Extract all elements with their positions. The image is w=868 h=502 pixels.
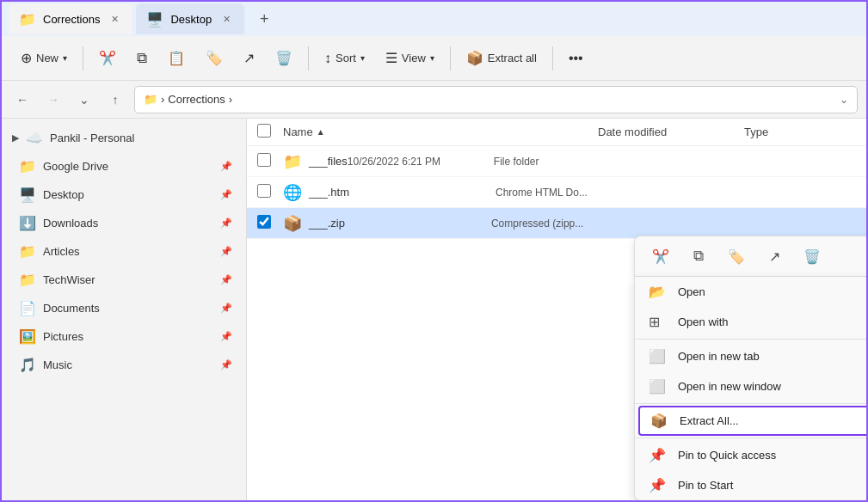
new-tab-button[interactable]: + [251,6,277,32]
cm-pin-start-label: Pin to Start [678,479,733,492]
address-path[interactable]: 📁 › Corrections › ⌄ [134,86,858,113]
type-col-label: Type [744,126,768,138]
file-list-header: Name ▲ Date modified Type [247,119,866,146]
main-area: ▶ ☁️ Pankil - Personal 📁 Google Drive 📌 … [2,119,866,502]
cm-copy-button[interactable]: ⧉ [683,241,714,272]
sidebar-item-music[interactable]: 🎵 Music 📌 [5,351,243,378]
sidebar-documents-label: Documents [43,302,100,315]
path-separator: › [161,93,164,106]
cm-share-button[interactable]: ↗ [759,241,790,272]
extract-all-button[interactable]: 📦 Extract all [458,42,545,75]
new-button[interactable]: ⊕ New ▾ [12,42,76,75]
tab-corrections-close[interactable]: ✕ [107,11,122,27]
sidebar-item-documents[interactable]: 📄 Documents 📌 [5,294,243,321]
paste-button[interactable]: 📋 [159,42,194,75]
sidebar-downloads-label: Downloads [43,217,98,230]
separator-1 [83,46,83,70]
files-date: 10/26/2022 6:21 PM [348,156,494,168]
rename-button[interactable]: 🏷️ [197,42,231,75]
zip-name: ___.zip [309,217,345,230]
file-row-zip[interactable]: 📦 ___.zip Compressed (zipp... [247,208,866,239]
extract-icon: 📦 [466,50,483,66]
up-button[interactable]: ↑ [103,88,127,112]
folder-file-icon: 📁 [283,152,302,171]
select-all-checkbox[interactable] [257,124,271,138]
rename-icon: 🏷️ [206,50,223,66]
tab-corrections[interactable]: 📁 Corrections ✕ [9,3,132,34]
back-button[interactable]: ← [10,88,34,112]
sidebar-item-techwiser[interactable]: 📁 TechWiser 📌 [5,266,243,293]
forward-button[interactable]: → [41,88,65,112]
cm-pin-start[interactable]: 📌 Pin to Start [635,470,866,500]
file-row-files[interactable]: 📁 ___files 10/26/2022 6:21 PM File folde… [247,146,866,177]
cut-icon: ✂️ [99,50,116,66]
context-menu-toolbar: ✂️ ⧉ 🏷️ ↗ 🗑️ [634,236,866,277]
cm-cut-button[interactable]: ✂️ [645,241,676,272]
section-chevron-icon: ▶ [12,132,19,144]
header-date-col[interactable]: Date modified [598,126,744,138]
cm-extract-all[interactable]: 📦 Extract All... [638,406,866,436]
cm-open-with-icon: ⊞ [649,314,668,330]
cut-button[interactable]: ✂️ [90,42,125,75]
tab-corrections-label: Corrections [43,13,100,26]
new-arrow-icon: ▾ [63,53,67,63]
header-name-col[interactable]: Name ▲ [283,126,598,138]
zip-file-icon: 📦 [283,214,302,233]
music-icon: 🎵 [19,357,36,373]
extract-label: Extract all [488,52,537,64]
checkbox-col-zip [257,215,283,231]
sort-button[interactable]: ↕ Sort ▾ [316,42,373,75]
htm-name: ___.htm [309,186,349,199]
separator-4 [552,46,553,70]
cm-open-new-window[interactable]: ⬜ Open in new window [635,371,866,401]
tab-desktop-label: Desktop [170,13,212,26]
pin-icon-techwiser: 📌 [220,274,232,285]
sidebar-section-personal[interactable]: ▶ ☁️ Pankil - Personal [2,124,246,151]
file-row-htm[interactable]: 🌐 ___.htm Chrome HTML Do... [247,177,866,208]
cm-open-with-label: Open with [678,315,729,328]
sidebar-item-articles[interactable]: 📁 Articles 📌 [5,237,243,265]
sidebar-desktop-label: Desktop [43,188,84,201]
zip-type: Compressed (zipp... [491,217,603,230]
zip-checkbox[interactable] [257,215,271,229]
techwiser-icon: 📁 [19,272,36,288]
cm-open-new-tab-icon: ⬜ [649,348,668,364]
cloud-icon: ☁️ [26,130,43,146]
cm-open-icon: 📂 [649,284,668,300]
downloads-icon: ⬇️ [19,215,36,231]
desktop-sidebar-icon: 🖥️ [19,187,36,203]
recent-button[interactable]: ⌄ [72,88,96,112]
pin-icon-music: 📌 [220,359,232,370]
address-dropdown-icon[interactable]: ⌄ [840,94,848,106]
copy-button[interactable]: ⧉ [128,42,156,75]
sort-arrow-icon: ▾ [360,53,365,63]
view-button[interactable]: ☰ View ▾ [377,42,443,75]
tab-desktop-close[interactable]: ✕ [219,11,234,27]
share-button[interactable]: ↗ [235,42,263,75]
toolbar: ⊕ New ▾ ✂️ ⧉ 📋 🏷️ ↗ 🗑️ ↕ Sort ▾ ☰ View ▾… [2,36,866,81]
section-label: Pankil - Personal [50,132,134,144]
cm-pin-quick-icon: 📌 [649,447,668,463]
cm-open-with[interactable]: ⊞ Open with › [635,307,866,337]
files-checkbox[interactable] [257,153,271,167]
header-type-col[interactable]: Type [744,126,856,138]
cm-open[interactable]: 📂 Open Enter [635,277,866,307]
sidebar-item-downloads[interactable]: ⬇️ Downloads 📌 [5,209,243,236]
cm-delete-button[interactable]: 🗑️ [797,241,828,272]
tab-desktop[interactable]: 🖥️ Desktop ✕ [136,3,244,34]
files-type: File folder [494,156,606,168]
context-menu: 📂 Open Enter ⊞ Open with › ⬜ Open in new… [634,277,866,501]
context-menu-overlay: ✂️ ⧉ 🏷️ ↗ 🗑️ 📂 Open [634,236,866,501]
htm-checkbox[interactable] [257,184,271,198]
cm-open-new-tab[interactable]: ⬜ Open in new tab [635,341,866,371]
folder-icon-path: 📁 [144,93,157,106]
sidebar-item-desktop[interactable]: 🖥️ Desktop 📌 [5,181,243,208]
sidebar-item-pictures[interactable]: 🖼️ Pictures 📌 [5,322,243,350]
delete-button[interactable]: 🗑️ [267,42,301,75]
htm-type: Chrome HTML Do... [496,187,607,199]
more-button[interactable]: ••• [560,42,592,75]
title-bar: 📁 Corrections ✕ 🖥️ Desktop ✕ + [2,2,866,36]
sidebar-item-google-drive[interactable]: 📁 Google Drive 📌 [5,152,243,180]
cm-pin-quick[interactable]: 📌 Pin to Quick access [635,440,866,470]
cm-rename-button[interactable]: 🏷️ [721,241,752,272]
